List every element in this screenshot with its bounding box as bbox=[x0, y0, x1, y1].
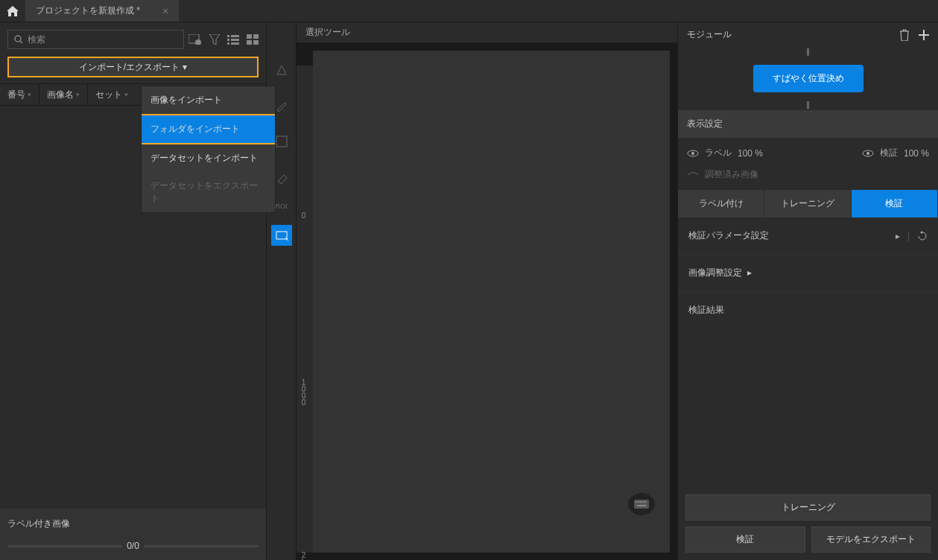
dropdown-import-dataset[interactable]: データセットをインポート bbox=[142, 144, 275, 172]
progress-text: 0/0 bbox=[122, 541, 144, 551]
import-export-label: インポート/エクスポート bbox=[79, 61, 180, 74]
display-label-visibility[interactable]: ラベル 100 % bbox=[687, 147, 763, 159]
close-icon[interactable]: × bbox=[162, 5, 168, 17]
svg-line-1 bbox=[20, 41, 22, 43]
column-image-name[interactable]: 画像名▾ bbox=[39, 84, 88, 105]
svg-rect-6 bbox=[227, 39, 229, 41]
reset-icon[interactable] bbox=[917, 231, 928, 241]
divider: | bbox=[907, 231, 910, 241]
svg-point-27 bbox=[866, 152, 869, 155]
module-title: モジュール bbox=[687, 28, 732, 41]
svg-point-25 bbox=[691, 152, 694, 155]
svg-rect-9 bbox=[231, 42, 239, 45]
dropdown-export-dataset: データセットをエクスポート bbox=[142, 172, 275, 212]
svg-rect-20 bbox=[640, 501, 641, 503]
list-icon[interactable] bbox=[227, 34, 239, 45]
image-icon[interactable] bbox=[188, 34, 202, 45]
svg-rect-22 bbox=[644, 501, 646, 503]
svg-rect-19 bbox=[638, 501, 639, 503]
ruler-vertical: 0 1000 2k bbox=[297, 66, 313, 553]
section-verify-result: 検証結果 bbox=[678, 292, 938, 328]
module-handle-top[interactable] bbox=[807, 48, 809, 56]
grid-icon[interactable] bbox=[247, 34, 259, 45]
eye-icon bbox=[862, 150, 874, 157]
svg-rect-11 bbox=[253, 34, 259, 39]
svg-rect-23 bbox=[637, 505, 646, 506]
column-set[interactable]: セット▾ bbox=[88, 84, 136, 105]
svg-point-3 bbox=[195, 39, 201, 45]
chevron-right-icon: ▸ bbox=[896, 231, 900, 241]
display-adjusted-images[interactable]: 調整済み画像 bbox=[687, 168, 758, 181]
rect-tool-icon[interactable] bbox=[271, 225, 292, 246]
dropdown-import-folder[interactable]: フォルダをインポート bbox=[142, 114, 275, 144]
canvas-viewport[interactable] bbox=[313, 51, 670, 553]
tab-training[interactable]: トレーニング bbox=[764, 190, 851, 217]
display-verify-visibility[interactable]: 検証 100 % bbox=[862, 147, 929, 159]
eye-icon bbox=[687, 150, 699, 157]
keyboard-icon[interactable] bbox=[628, 493, 655, 515]
home-icon[interactable] bbox=[0, 0, 25, 22]
polygon-tool-icon[interactable] bbox=[271, 60, 292, 80]
svg-rect-18 bbox=[636, 501, 637, 503]
document-tab[interactable]: プロジェクトを新規作成 * × bbox=[25, 0, 179, 22]
tab-title: プロジェクトを新規作成 * bbox=[36, 4, 140, 17]
svg-rect-5 bbox=[231, 35, 239, 37]
left-bottom-panel: ラベル付き画像 0/0 bbox=[0, 509, 266, 560]
svg-marker-14 bbox=[277, 66, 286, 74]
svg-rect-8 bbox=[227, 42, 229, 45]
right-panel: モジュール すばやく位置決め 表示設定 ラベル 100 % 検証 100 % bbox=[677, 22, 938, 560]
svg-rect-17 bbox=[634, 500, 649, 509]
export-model-button[interactable]: モデルをエクスポート bbox=[811, 526, 931, 553]
titlebar: プロジェクトを新規作成 * × bbox=[0, 0, 938, 22]
svg-rect-7 bbox=[231, 39, 239, 41]
training-button[interactable]: トレーニング bbox=[685, 494, 931, 521]
canvas-area: 選択ツール 0 1000 2k 0 1000 2k bbox=[297, 22, 677, 560]
quick-position-button[interactable]: すばやく位置決め bbox=[753, 65, 863, 92]
svg-rect-21 bbox=[642, 501, 644, 503]
canvas-header: 選択ツール bbox=[297, 22, 677, 43]
svg-rect-15 bbox=[276, 136, 287, 147]
roi-label: ROI bbox=[275, 203, 287, 210]
svg-rect-13 bbox=[253, 40, 259, 45]
svg-rect-12 bbox=[247, 40, 252, 45]
filter-icon[interactable] bbox=[209, 34, 220, 45]
tab-labeling[interactable]: ラベル付け bbox=[678, 190, 764, 217]
chevron-down-icon: ▾ bbox=[183, 62, 187, 72]
sort-caret-icon: ▾ bbox=[76, 91, 80, 98]
tab-verify[interactable]: 検証 bbox=[852, 190, 938, 217]
sort-caret-icon: ▾ bbox=[28, 91, 31, 98]
column-number[interactable]: 番号▾ bbox=[0, 84, 39, 105]
search-box[interactable] bbox=[7, 30, 184, 49]
section-image-adjust[interactable]: 画像調整設定 ▸ bbox=[678, 255, 938, 292]
search-icon bbox=[14, 35, 23, 44]
left-panel: インポート/エクスポート ▾ 番号▾ 画像名▾ セット▾ 画像をインポート フォ… bbox=[0, 22, 267, 560]
chevron-right-icon: ▸ bbox=[747, 267, 752, 278]
verify-button[interactable]: 検証 bbox=[685, 526, 805, 553]
import-export-dropdown: 画像をインポート フォルダをインポート データセットをインポート データセットを… bbox=[141, 86, 276, 213]
trash-icon[interactable] bbox=[899, 29, 910, 41]
svg-rect-4 bbox=[227, 35, 229, 37]
display-row: ラベル 100 % 検証 100 % bbox=[678, 138, 938, 168]
import-export-button[interactable]: インポート/エクスポート ▾ bbox=[7, 57, 259, 77]
dropdown-import-image[interactable]: 画像をインポート bbox=[142, 86, 275, 114]
svg-rect-10 bbox=[247, 34, 252, 39]
svg-point-0 bbox=[15, 36, 21, 42]
hidden-icon bbox=[687, 171, 699, 179]
module-handle-bottom[interactable] bbox=[807, 101, 809, 109]
sort-caret-icon: ▾ bbox=[124, 91, 128, 98]
section-verify-params[interactable]: 検証パラメータ設定 ▸ | bbox=[678, 217, 938, 255]
labeled-images-progress: 0/0 bbox=[7, 541, 259, 551]
labeled-images-title: ラベル付き画像 bbox=[7, 518, 259, 530]
search-input[interactable] bbox=[28, 34, 177, 45]
display-settings-title: 表示設定 bbox=[678, 110, 938, 138]
add-icon[interactable] bbox=[919, 30, 929, 40]
